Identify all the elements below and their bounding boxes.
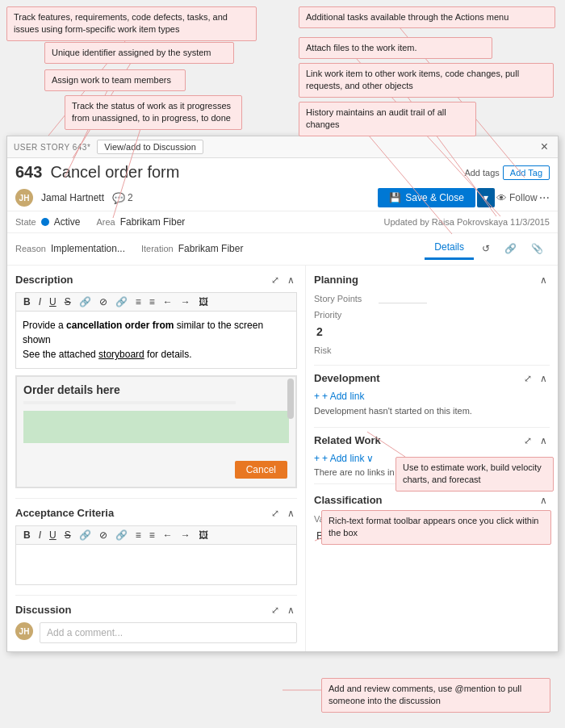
related-work-expand-button[interactable]: ⤢ <box>521 435 534 446</box>
dev-text: Development hasn't started on this item. <box>314 405 550 417</box>
strikethrough-button[interactable]: S <box>61 295 74 308</box>
ac-underline-button[interactable]: U <box>46 529 60 542</box>
acceptance-expand-button[interactable]: ⤢ <box>269 508 282 519</box>
view-add-discussion-button[interactable]: View/add to Discussion <box>97 140 203 154</box>
link-icon: 🔗 <box>504 243 517 254</box>
image-button[interactable]: 🖼 <box>195 295 211 308</box>
italic-button[interactable]: I <box>36 295 44 308</box>
save-close-button[interactable]: 💾 Save & Close <box>378 188 475 207</box>
development-collapse-button[interactable]: ∧ <box>538 373 550 384</box>
tab-links[interactable]: 🔗 <box>498 238 523 259</box>
bold-button[interactable]: B <box>20 295 34 308</box>
image-link-button[interactable]: ⊘ <box>96 295 111 308</box>
callout-unique-id: Unique identifier assigned by the system <box>44 42 234 64</box>
development-expand-button[interactable]: ⤢ <box>521 373 534 384</box>
comment-count-area: 💬 2 <box>112 192 133 204</box>
tab-attachments[interactable]: 📎 <box>525 238 550 259</box>
comment-input-box[interactable]: Add a comment... <box>40 622 297 643</box>
comment-placeholder: Add a comment... <box>47 627 123 638</box>
callout-actions-menu: Additional tasks available through the A… <box>299 6 555 28</box>
priority-field: Priority <box>314 308 550 320</box>
callout-track-status: Track the status of work as it progresse… <box>65 95 242 130</box>
discussion-header: Discussion ⤢ ∧ <box>15 604 297 616</box>
follow-button[interactable]: 👁 Follow <box>496 192 538 204</box>
acceptance-actions: ⤢ ∧ <box>269 508 297 519</box>
preview-scrollbar[interactable] <box>287 379 294 419</box>
development-header: Development ⤢ ∧ <box>314 372 550 384</box>
ac-image-link-button[interactable]: ⊘ <box>96 529 111 542</box>
comment-count: 2 <box>128 192 133 203</box>
story-points-label: Story Points <box>314 292 379 303</box>
planning-collapse-button[interactable]: ∧ <box>538 274 550 286</box>
callout-attach-files: Attach files to the work item. <box>299 37 492 59</box>
acceptance-criteria-section: Acceptance Criteria ⤢ ∧ B I U S 🔗 ⊘ 🔗 ≡ … <box>15 498 297 585</box>
area-field: Area Fabrikam Fiber <box>96 216 185 228</box>
add-tags-label: Add tags <box>464 168 499 178</box>
underline-button[interactable]: U <box>46 295 60 308</box>
work-item-preview: Order details here Cancel <box>15 375 297 488</box>
iteration-field: Iteration Fabrikam Fiber <box>141 243 243 254</box>
discussion-collapse-button[interactable]: ∧ <box>285 605 297 616</box>
state-value: Active <box>54 216 81 228</box>
ac-strikethrough-button[interactable]: S <box>61 529 74 542</box>
add-tag-button[interactable]: Add Tag <box>503 165 550 180</box>
description-section: Description ⤢ ∧ B I U S 🔗 ⊘ 🔗 ≡ ≡ <box>15 274 297 488</box>
description-title: Description <box>15 274 73 286</box>
more-options-button[interactable]: ··· <box>539 190 550 205</box>
tags-area: Add tags Add Tag <box>464 165 550 180</box>
ac-link2-button[interactable]: 🔗 <box>112 529 131 542</box>
comment-icon: 💬 <box>112 192 125 204</box>
dev-add-link[interactable]: + + Add link <box>314 391 550 402</box>
description-collapse-button[interactable]: ∧ <box>285 274 297 286</box>
ac-bold-button[interactable]: B <box>20 529 34 542</box>
callout-link-workitem: Link work item to other work items, code… <box>299 63 554 98</box>
ul-button[interactable]: ≡ <box>146 295 158 308</box>
description-content[interactable]: Provide a cancellation order from simila… <box>15 312 297 369</box>
link-button[interactable]: 🔗 <box>76 295 94 308</box>
save-dropdown-button[interactable]: ▾ <box>477 188 495 207</box>
risk-field: Risk <box>314 344 550 355</box>
outdent-button[interactable]: ← <box>160 295 176 308</box>
attach-icon: 📎 <box>531 243 543 254</box>
acceptance-header: Acceptance Criteria ⤢ ∧ <box>15 507 297 519</box>
indent-button[interactable]: → <box>178 295 194 308</box>
updated-by: Updated by Raisa Pokrovskaya 11/3/2015 <box>384 217 550 227</box>
close-button[interactable]: × <box>538 140 551 154</box>
acceptance-collapse-button[interactable]: ∧ <box>285 508 297 519</box>
description-text-bold: cancellation order from <box>66 320 174 331</box>
priority-value: 2 <box>314 324 362 339</box>
tooltip-add-comment: Add and review comments, use @mention to… <box>321 678 550 713</box>
work-item-header-bar: USER STORY 643* View/add to Discussion × <box>7 136 558 158</box>
acceptance-content[interactable] <box>15 545 297 585</box>
ac-italic-button[interactable]: I <box>36 529 44 542</box>
ac-outdent-button[interactable]: ← <box>160 529 176 542</box>
related-add-link-icon: + <box>314 453 320 464</box>
ac-ol-button[interactable]: ≡ <box>132 529 144 542</box>
ac-indent-button[interactable]: → <box>178 529 194 542</box>
preview-inner: Order details here <box>17 377 295 454</box>
preview-cancel-button[interactable]: Cancel <box>235 461 287 479</box>
author-name: Jamal Hartnett <box>41 192 104 203</box>
story-points-value <box>379 292 427 303</box>
tab-details[interactable]: Details <box>425 236 474 260</box>
state-label: State <box>15 217 36 227</box>
development-title: Development <box>314 372 380 384</box>
comment-input-row: JH Add a comment... <box>15 622 297 643</box>
tab-history[interactable]: ↺ <box>475 238 496 259</box>
area-value: Fabrikam Fiber <box>120 216 186 228</box>
description-actions: ⤢ ∧ <box>269 274 297 286</box>
related-work-collapse-button[interactable]: ∧ <box>538 435 550 446</box>
discussion-expand-button[interactable]: ⤢ <box>269 605 282 616</box>
ac-ul-button[interactable]: ≡ <box>146 529 158 542</box>
ac-link-button[interactable]: 🔗 <box>76 529 94 542</box>
divider-2 <box>314 427 550 428</box>
description-expand-button[interactable]: ⤢ <box>269 274 282 286</box>
title-row: 643 Cancel order form Add tags Add Tag <box>7 158 558 185</box>
work-item-title: Cancel order form <box>50 163 456 182</box>
discussion-title: Discussion <box>15 604 71 616</box>
link2-button[interactable]: 🔗 <box>112 295 131 308</box>
priority-label: Priority <box>314 308 379 320</box>
ol-button[interactable]: ≡ <box>132 295 144 308</box>
ac-image-button[interactable]: 🖼 <box>195 529 211 542</box>
classification-collapse-button[interactable]: ∧ <box>538 495 550 506</box>
